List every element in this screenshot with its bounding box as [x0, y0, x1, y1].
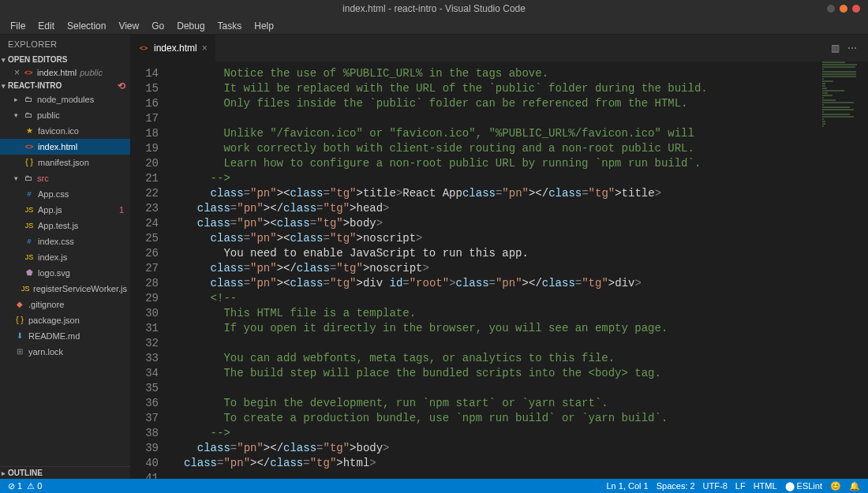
file-icon: <>: [24, 141, 35, 152]
status-cursor-position[interactable]: Ln 1, Col 1: [606, 481, 648, 491]
tree-item-index-js[interactable]: JSindex.js: [0, 249, 130, 265]
window-title-bar: index.html - react-intro - Visual Studio…: [0, 0, 868, 17]
tree-item-manifest-json[interactable]: { }manifest.json: [0, 155, 130, 170]
outline-header[interactable]: ▸ OUTLINE: [0, 466, 130, 479]
file-icon: ◆: [14, 299, 25, 310]
explorer-title: EXPLORER: [0, 35, 130, 54]
close-editor-icon[interactable]: ×: [14, 67, 20, 78]
tree-item-App-test-js[interactable]: JSApp.test.js: [0, 218, 130, 233]
folder-icon: 🗀: [23, 173, 34, 184]
file-icon: JS: [24, 252, 35, 263]
tree-item-index-css[interactable]: #index.css: [0, 233, 130, 249]
file-name: App.js: [38, 204, 116, 216]
project-header[interactable]: ▾ REACT-INTRO ⟲: [0, 80, 130, 92]
chevron-right-icon: ▸: [2, 469, 6, 477]
tree-item--gitignore[interactable]: ◆.gitignore: [0, 297, 130, 312]
html-file-icon: <>: [138, 43, 149, 54]
code-editor[interactable]: 1415161718192021222324252627282930313233…: [130, 62, 868, 479]
file-name: App.css: [38, 188, 127, 200]
open-editor-item[interactable]: × <> index.html public: [0, 65, 130, 80]
status-feedback[interactable]: 😊: [830, 481, 841, 491]
menu-selection[interactable]: Selection: [62, 19, 111, 33]
open-editors-header[interactable]: ▾ OPEN EDITORS: [0, 54, 130, 65]
chevron-down-icon: ▾: [2, 56, 6, 64]
file-name: package.json: [28, 314, 127, 327]
folder-icon: 🗀: [23, 110, 34, 121]
error-badge: 1: [119, 204, 124, 216]
file-icon: JS: [21, 283, 30, 294]
file-icon: { }: [14, 315, 25, 326]
close-window-button[interactable]: [852, 5, 860, 13]
chevron-icon: ▾: [14, 172, 18, 185]
menu-debug[interactable]: Debug: [171, 19, 210, 33]
file-name: public: [37, 109, 127, 121]
file-name: index.css: [38, 235, 127, 248]
file-name: favicon.ico: [38, 125, 127, 137]
file-name: README.md: [28, 330, 127, 342]
file-icon: JS: [24, 220, 35, 231]
tree-item-yarn-lock[interactable]: ⊞yarn.lock: [0, 344, 130, 360]
file-name: App.test.js: [38, 219, 127, 232]
tree-item-App-js[interactable]: JSApp.js1: [0, 202, 130, 218]
file-name: registerServiceWorker.js: [33, 282, 127, 295]
status-eol[interactable]: LF: [735, 481, 746, 491]
file-name: .gitignore: [28, 298, 127, 311]
tab-close-icon[interactable]: ×: [202, 43, 208, 54]
menu-file[interactable]: File: [5, 19, 31, 33]
folder-icon: 🗀: [23, 94, 34, 105]
more-actions-icon[interactable]: ⋯: [847, 43, 857, 54]
menu-edit[interactable]: Edit: [32, 19, 60, 33]
file-name: index.html: [38, 140, 127, 153]
tree-item-App-css[interactable]: #App.css: [0, 186, 130, 202]
status-encoding[interactable]: UTF-8: [703, 481, 728, 491]
chevron-down-icon: ▾: [2, 82, 6, 90]
tree-item-index-html[interactable]: <>index.html: [0, 139, 130, 155]
window-title: index.html - react-intro - Visual Studio…: [342, 3, 526, 14]
minimap[interactable]: [821, 62, 868, 156]
status-problems[interactable]: ⊘ 1 ⚠ 0: [8, 481, 42, 491]
tab-index-html[interactable]: <> index.html ×: [130, 35, 216, 62]
refresh-icon[interactable]: ⟲: [118, 80, 125, 92]
file-icon: ⊞: [14, 346, 25, 357]
file-name: index.js: [38, 251, 127, 263]
editor-area: <> index.html × ▥ ⋯ 14151617181920212223…: [130, 35, 868, 479]
line-gutter: 1415161718192021222324252627282930313233…: [130, 62, 170, 479]
status-notifications-icon[interactable]: 🔔: [849, 481, 860, 491]
tree-item-registerServiceWorker-js[interactable]: JSregisterServiceWorker.js: [0, 281, 130, 297]
tree-item-src[interactable]: ▾🗀src: [0, 170, 130, 186]
tree-item-README-md[interactable]: ⬇README.md: [0, 328, 130, 344]
file-tree: ▸🗀node_modules▾🗀public★favicon.ico<>inde…: [0, 92, 130, 360]
menu-tasks[interactable]: Tasks: [212, 19, 248, 33]
tree-item-favicon-ico[interactable]: ★favicon.ico: [0, 123, 130, 139]
file-icon: ⬇: [14, 331, 25, 342]
chevron-icon: ▾: [14, 109, 18, 121]
status-bar: ⊘ 1 ⚠ 0 Ln 1, Col 1 Spaces: 2 UTF-8 LF H…: [0, 479, 868, 493]
file-icon: { }: [24, 157, 35, 168]
status-eslint[interactable]: ⬤ ESLint: [785, 481, 822, 491]
tab-bar: <> index.html × ▥ ⋯: [130, 35, 868, 62]
file-name: manifest.json: [38, 156, 127, 169]
maximize-button[interactable]: [840, 5, 847, 13]
tree-item-package-json[interactable]: { }package.json: [0, 312, 130, 328]
split-editor-icon[interactable]: ▥: [831, 43, 840, 54]
menu-view[interactable]: View: [113, 19, 144, 33]
menu-go[interactable]: Go: [146, 19, 170, 33]
tree-item-node_modules[interactable]: ▸🗀node_modules: [0, 92, 130, 107]
file-icon: ★: [24, 125, 35, 136]
tree-item-public[interactable]: ▾🗀public: [0, 107, 130, 123]
status-indentation[interactable]: Spaces: 2: [657, 481, 695, 491]
minimize-button[interactable]: [827, 5, 835, 13]
chevron-icon: ▸: [14, 93, 18, 106]
file-icon: #: [24, 189, 35, 200]
file-name: yarn.lock: [28, 345, 127, 358]
file-name: node_modules: [37, 93, 127, 106]
tree-item-logo-svg[interactable]: ⬟logo.svg: [0, 265, 130, 281]
file-name: logo.svg: [38, 267, 127, 279]
file-icon: JS: [24, 204, 35, 215]
status-language[interactable]: HTML: [754, 481, 777, 491]
code-content[interactable]: Notice the use of %PUBLIC_URL% in the ta…: [170, 62, 868, 479]
file-icon: ⬟: [24, 267, 35, 278]
html-file-icon: <>: [23, 67, 34, 78]
file-icon: #: [24, 236, 35, 247]
menu-help[interactable]: Help: [249, 19, 279, 33]
